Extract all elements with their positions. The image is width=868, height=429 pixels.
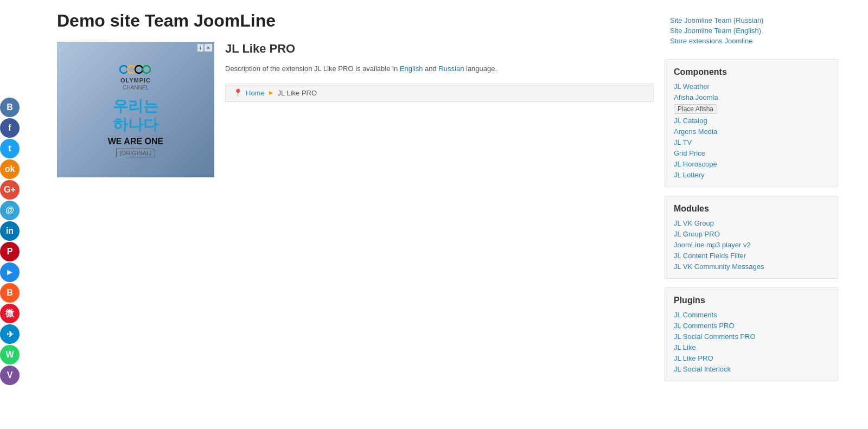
blogger-btn[interactable]: B xyxy=(0,283,20,303)
jl-like-link[interactable]: JL Like xyxy=(674,343,829,351)
desc-prefix: Description of the extension JL Like PRO… xyxy=(225,65,398,73)
jl-group-pro-link[interactable]: JL Group PRO xyxy=(674,230,829,238)
social-sidebar: В f t ok G+ @ in P ► B 微 ✈ W V xyxy=(0,98,20,385)
svg-point-3 xyxy=(143,66,150,73)
jl-like-pro-link[interactable]: JL Like PRO xyxy=(674,354,829,362)
modules-heading: Modules xyxy=(674,204,829,214)
content-area: i × OLYMPIC CHANNEL 우리는 xyxy=(57,42,654,177)
site-english-link[interactable]: Site Joomline Team (English) xyxy=(670,27,833,35)
modules-box: Modules JL VK Group JL Group PRO JoomLin… xyxy=(665,196,838,279)
site-russian-link[interactable]: Site Joomline Team (Russian) xyxy=(670,16,833,24)
weibo-btn[interactable]: 微 xyxy=(0,304,20,323)
jl-content-fields-link[interactable]: JL Content Fields Filter xyxy=(674,252,829,260)
ad-block-inner: i × OLYMPIC CHANNEL 우리는 xyxy=(57,42,214,177)
twitter-btn[interactable]: t xyxy=(0,139,20,158)
article-description: Description of the extension JL Like PRO… xyxy=(225,65,654,73)
email-btn[interactable]: @ xyxy=(0,201,20,220)
russian-link[interactable]: Russian xyxy=(438,65,464,73)
breadcrumb-home[interactable]: Home xyxy=(246,89,265,97)
ok-btn[interactable]: ok xyxy=(0,159,20,179)
right-sidebar: Site Joomline Team (Russian) Site Joomli… xyxy=(665,11,838,381)
svg-point-2 xyxy=(135,66,143,73)
page-wrapper: Demo site Team JoomLine i × xyxy=(24,0,868,392)
facebook-btn[interactable]: f xyxy=(0,118,20,138)
ad-close-btn[interactable]: × xyxy=(205,44,212,52)
viber-btn[interactable]: V xyxy=(0,366,20,385)
afisha-joomla-link[interactable]: Afisha Joomla xyxy=(674,93,829,101)
jl-comments-link[interactable]: JL Comments xyxy=(674,311,829,319)
whatsapp-btn[interactable]: W xyxy=(0,345,20,364)
plugins-heading: Plugins xyxy=(674,296,829,305)
page-title: Demo site Team JoomLine xyxy=(57,11,654,31)
place-afisha-badge[interactable]: Place Afisha xyxy=(674,104,717,114)
pinterest-btn[interactable]: P xyxy=(0,242,20,261)
jl-comments-pro-link[interactable]: JL Comments PRO xyxy=(674,322,829,330)
sidebar-top-links: Site Joomline Team (Russian) Site Joomli… xyxy=(665,11,838,50)
desc-between: and xyxy=(425,65,437,73)
googleplus-btn[interactable]: G+ xyxy=(0,180,20,200)
jl-tv-link[interactable]: JL TV xyxy=(674,138,829,146)
components-heading: Components xyxy=(674,67,829,77)
breadcrumb: 📍 Home ► JL Like PRO xyxy=(225,84,654,102)
jl-horoscope-link[interactable]: JL Horoscope xyxy=(674,160,829,168)
jl-social-comments-pro-link[interactable]: JL Social Comments PRO xyxy=(674,332,829,341)
article-section: JL Like PRO Description of the extension… xyxy=(225,42,654,177)
ad-block: i × OLYMPIC CHANNEL 우리는 xyxy=(57,42,214,177)
telegram-btn[interactable]: ✈ xyxy=(0,324,20,344)
jl-weather-link[interactable]: JL Weather xyxy=(674,82,829,91)
ad-korean-text: 우리는 하나다 xyxy=(113,97,158,133)
korean-line2: 하나다 xyxy=(113,116,158,133)
jl-social-interlock-link[interactable]: JL Social Interlock xyxy=(674,365,829,373)
ad-info-btn[interactable]: i xyxy=(197,44,203,52)
ad-overlay-top: i × xyxy=(197,44,212,52)
store-extensions-link[interactable]: Store extensions Joomline xyxy=(670,37,833,45)
diigo-btn[interactable]: ► xyxy=(0,262,20,282)
jl-catalog-link[interactable]: JL Catalog xyxy=(674,117,829,125)
breadcrumb-current: JL Like PRO xyxy=(278,89,317,97)
grid-price-link[interactable]: Grid Price xyxy=(674,149,829,157)
desc-suffix: language. xyxy=(466,65,497,73)
pin-icon: 📍 xyxy=(233,88,242,97)
olympic-rings-icon xyxy=(119,62,152,77)
argens-media-link[interactable]: Argens Media xyxy=(674,127,829,136)
olympic-channel-label: OLYMPIC xyxy=(120,77,151,84)
joomline-mp3-link[interactable]: JoomLine mp3 player v2 xyxy=(674,241,829,249)
ad-original-label: [ORIGINAL] xyxy=(116,149,156,157)
svg-point-1 xyxy=(127,66,135,73)
vk-btn[interactable]: В xyxy=(0,98,20,117)
svg-point-0 xyxy=(120,66,127,73)
jl-vk-community-link[interactable]: JL VK Community Messages xyxy=(674,262,829,271)
breadcrumb-separator: ► xyxy=(268,89,275,97)
english-link[interactable]: English xyxy=(400,65,423,73)
jl-vk-group-link[interactable]: JL VK Group xyxy=(674,219,829,227)
channel-sub-label: CHANNEL xyxy=(123,85,149,91)
jl-lottery-link[interactable]: JL Lottery xyxy=(674,171,829,179)
linkedin-btn[interactable]: in xyxy=(0,221,20,241)
article-title: JL Like PRO xyxy=(225,42,654,56)
korean-line1: 우리는 xyxy=(113,98,158,114)
main-content: Demo site Team JoomLine i × xyxy=(57,11,654,381)
components-box: Components JL Weather Afisha Joomla Plac… xyxy=(665,59,838,187)
plugins-box: Plugins JL Comments JL Comments PRO JL S… xyxy=(665,287,838,381)
ad-english-text: WE ARE ONE xyxy=(108,137,164,146)
